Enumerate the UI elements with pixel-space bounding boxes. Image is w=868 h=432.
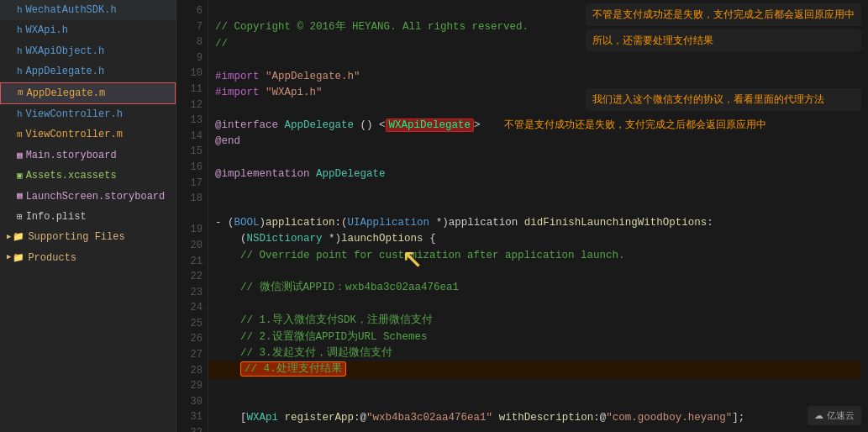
line-numbers: 6 7 8 9 10 11 12 13 14 15 16 17 18 19 20… — [176, 0, 208, 432]
watermark-icon: ☁ — [814, 410, 823, 421]
plist-file-icon: ⊞ — [17, 209, 23, 225]
sidebar-item-wxapi-h[interactable]: h WXApi.h — [0, 20, 176, 40]
h-file-icon: h — [17, 64, 23, 80]
sidebar-item-appdelegate-h[interactable]: h AppDelegate.h — [0, 61, 176, 82]
annotation-panel: 不管是支付成功还是失败，支付完成之后都会返回原应用中 所以，还需要处理支付结果 … — [586, 3, 861, 111]
annotation-right-1: 不管是支付成功还是失败，支付完成之后都会返回原应用中 — [499, 117, 771, 132]
sidebar-item-supporting-files[interactable]: ▶ 📁 Supporting Files — [0, 227, 176, 247]
sidebar-item-viewcontroller-h[interactable]: h ViewController.h — [0, 104, 176, 124]
code-container: 6 7 8 9 10 11 12 13 14 15 16 17 18 19 20… — [176, 0, 868, 432]
sidebar-item-label: AppDelegate.m — [27, 85, 106, 102]
sidebar-item-label: Products — [28, 250, 76, 266]
m-file-icon: m — [17, 127, 23, 143]
h-file-icon: h — [17, 107, 23, 123]
sidebar-item-viewcontroller-m[interactable]: m ViewController.m — [0, 124, 176, 145]
sidebar-item-launch-screen[interactable]: ▦ LaunchScreen.storyboard — [0, 187, 176, 207]
sidebar-item-wechat-auth-sdk-h[interactable]: h WechatAuthSDK.h — [0, 0, 176, 20]
sidebar-item-label: Supporting Files — [28, 229, 124, 245]
watermark-text: 亿速云 — [827, 409, 855, 422]
sidebar-item-label: Info.plist — [26, 208, 87, 225]
sidebar-item-products[interactable]: ▶ 📁 Products — [0, 248, 176, 268]
code-editor[interactable]: // Copyright © 2016年 HEYANG. All rights … — [208, 0, 868, 432]
sidebar-item-main-storyboard[interactable]: ▦ Main.storyboard — [0, 145, 176, 166]
xcassets-file-icon: ▣ — [17, 168, 23, 184]
sidebar-item-label: ViewController.m — [26, 126, 123, 143]
m-file-icon: m — [18, 85, 24, 101]
sidebar-item-label: ViewController.h — [26, 106, 123, 123]
sidebar-item-label: LaunchScreen.storyboard — [26, 188, 166, 205]
sidebar-item-label: WechatAuthSDK.h — [26, 2, 117, 18]
storyboard-file-icon: ▦ — [17, 188, 23, 204]
sidebar-item-label: WXApiObject.h — [26, 43, 105, 60]
h-file-icon: h — [17, 44, 23, 60]
annotation-top-2: 所以，还需要处理支付结果 — [586, 29, 861, 52]
h-file-icon: h — [17, 23, 23, 39]
folder-icon: 📁 — [13, 229, 24, 245]
sidebar-item-appdelegate-m[interactable]: m AppDelegate.m — [0, 82, 176, 104]
code-area: 6 7 8 9 10 11 12 13 14 15 16 17 18 19 20… — [176, 0, 868, 432]
folder-arrow-icon: ▶ — [7, 251, 11, 264]
annotation-top-1: 不管是支付成功还是失败，支付完成之后都会返回原应用中 — [586, 3, 861, 26]
sidebar-item-wxapi-object-h[interactable]: h WXApiObject.h — [0, 41, 176, 61]
sidebar-item-info-plist[interactable]: ⊞ Info.plist — [0, 207, 176, 227]
sidebar-item-label: Assets.xcassets — [26, 167, 117, 184]
annotation-bottom: 我们进入这个微信支付的协议，看看里面的代理方法 — [586, 88, 861, 111]
sidebar-item-label: WXApi.h — [26, 22, 68, 39]
h-file-icon: h — [17, 3, 23, 18]
storyboard-file-icon: ▦ — [17, 148, 23, 164]
arrow-icon: ↙ — [402, 244, 423, 279]
sidebar-item-label: AppDelegate.h — [26, 63, 105, 80]
watermark: ☁ 亿速云 — [808, 406, 861, 425]
sidebar-item-label: Main.storyboard — [26, 147, 117, 164]
sidebar-item-assets[interactable]: ▣ Assets.xcassets — [0, 166, 176, 186]
folder-arrow-icon: ▶ — [7, 231, 11, 244]
folder-icon: 📁 — [13, 250, 24, 266]
sidebar: h WechatAuthSDK.h h WXApi.h h WXApiObjec… — [0, 0, 176, 432]
